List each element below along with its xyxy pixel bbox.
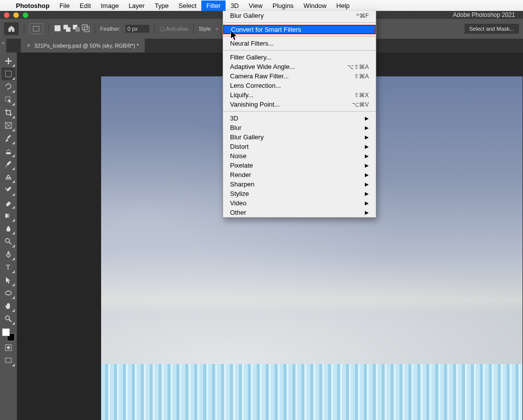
svg-point-14	[8, 149, 9, 150]
menu-item-neural-filters[interactable]: Neural Filters...	[223, 39, 376, 48]
feather-input[interactable]	[125, 25, 149, 33]
menu-view[interactable]: View	[244, 0, 268, 11]
foreground-color-swatch[interactable]	[2, 328, 10, 336]
minimize-window-button[interactable]	[13, 12, 19, 18]
menu-item-blur[interactable]: Blur▶	[223, 123, 376, 132]
menu-type[interactable]: Type	[150, 0, 174, 11]
lasso-tool[interactable]	[1, 80, 15, 93]
spot-heal-tool-icon	[4, 147, 12, 155]
home-icon	[7, 25, 15, 33]
color-swatches[interactable]	[2, 328, 15, 341]
svg-rect-7	[84, 27, 89, 32]
submenu-arrow-icon: ▶	[365, 163, 369, 168]
svg-rect-3	[66, 27, 70, 32]
menu-item-3d[interactable]: 3D▶	[223, 114, 376, 123]
move-tool[interactable]	[1, 55, 15, 67]
gradient-tool[interactable]	[1, 209, 15, 222]
menu-layer[interactable]: Layer	[123, 0, 150, 11]
close-window-button[interactable]	[4, 12, 9, 18]
svg-rect-13	[6, 152, 11, 154]
clone-stamp-tool[interactable]	[1, 171, 15, 183]
shape-tool[interactable]	[1, 287, 15, 300]
hand-tool[interactable]	[1, 300, 15, 312]
menu-item-blur-gallery[interactable]: Blur Gallery^⌘F	[223, 11, 376, 20]
eraser-tool[interactable]	[1, 196, 15, 209]
style-label: Style	[199, 26, 211, 32]
select-and-mask-button[interactable]: Select and Mask...	[465, 24, 520, 34]
menu-item-lens-correction[interactable]: Lens Correction...	[223, 81, 376, 90]
document-tab[interactable]: × 321Ps_Iceberg.psd @ 50% (sky, RGB/8*) …	[21, 39, 145, 53]
screen-mode-toggle[interactable]	[1, 354, 15, 367]
menu-shortcut: ⇧⌘X	[354, 92, 369, 99]
menu-item-video[interactable]: Video▶	[223, 198, 376, 208]
brush-tool-icon	[4, 160, 12, 168]
pen-tool-icon	[4, 250, 12, 258]
new-selection-icon[interactable]	[54, 24, 61, 33]
zoom-tool[interactable]	[1, 312, 15, 325]
menu-shortcut: ⌥⌘V	[352, 101, 369, 108]
menu-select[interactable]: Select	[174, 0, 201, 11]
menu-item-label: Neural Filters...	[230, 40, 274, 47]
menu-item-adaptive-wide-angle[interactable]: Adaptive Wide Angle...⌥⇧⌘A	[223, 62, 376, 71]
menu-3d[interactable]: 3D	[226, 0, 244, 11]
quick-mask-toggle[interactable]	[1, 341, 15, 354]
subtract-selection-icon[interactable]	[72, 24, 80, 33]
menu-filter[interactable]: Filter	[201, 0, 226, 11]
menu-item-distort[interactable]: Distort▶	[223, 142, 376, 151]
antialias-checkbox[interactable]: ▢ Anti-alias	[160, 26, 188, 32]
intersect-selection-icon[interactable]	[82, 24, 90, 33]
menu-item-pixelate[interactable]: Pixelate▶	[223, 161, 376, 170]
menu-item-label: Liquify...	[230, 91, 253, 99]
divider	[24, 23, 24, 34]
menu-help[interactable]: Help	[332, 0, 355, 11]
menu-item-label: Stylize	[230, 190, 249, 197]
close-tab-icon[interactable]: ×	[27, 42, 30, 49]
path-select-tool[interactable]	[1, 274, 15, 287]
menu-item-other[interactable]: Other▶	[223, 208, 376, 217]
menu-item-liquify[interactable]: Liquify...⇧⌘X	[223, 90, 376, 100]
type-tool[interactable]: T	[1, 261, 15, 274]
menu-plugins[interactable]: Plugins	[268, 0, 299, 11]
menu-item-label: Adaptive Wide Angle...	[230, 63, 295, 70]
menu-item-stylize[interactable]: Stylize▶	[223, 189, 376, 198]
menu-item-sharpen[interactable]: Sharpen▶	[223, 180, 376, 189]
style-dropdown[interactable]: ▾	[216, 26, 219, 32]
menu-item-convert-for-smart-filters[interactable]: Convert for Smart Filters	[223, 25, 376, 34]
menu-item-label: Video	[230, 199, 246, 207]
marquee-preset[interactable]	[29, 23, 43, 34]
menu-item-blur-gallery[interactable]: Blur Gallery▶	[223, 132, 376, 142]
svg-rect-26	[5, 358, 11, 362]
menu-item-camera-raw-filter[interactable]: Camera Raw Filter...⇧⌘A	[223, 71, 376, 81]
history-brush-tool[interactable]	[1, 183, 15, 196]
eyedropper-tool[interactable]	[1, 132, 15, 145]
menu-item-vanishing-point[interactable]: Vanishing Point...⌥⌘V	[223, 100, 376, 109]
menu-item-filter-gallery[interactable]: Filter Gallery...	[223, 53, 376, 62]
menu-edit[interactable]: Edit	[75, 0, 96, 11]
menu-separator	[223, 36, 376, 37]
app-name[interactable]: Photoshop	[11, 2, 55, 9]
spot-heal-tool[interactable]	[1, 145, 15, 158]
divider	[48, 23, 49, 34]
submenu-arrow-icon: ▶	[365, 172, 369, 178]
pen-tool[interactable]	[1, 248, 15, 261]
crop-tool[interactable]	[1, 106, 15, 119]
menu-shortcut: ⇧⌘A	[354, 73, 369, 80]
menu-item-noise[interactable]: Noise▶	[223, 151, 376, 161]
blur-tool[interactable]	[1, 222, 15, 235]
frame-tool[interactable]	[1, 119, 15, 132]
brush-tool[interactable]	[1, 158, 15, 171]
menu-file[interactable]: File	[55, 0, 75, 11]
dodge-tool[interactable]	[1, 235, 15, 248]
menu-item-label: Other	[230, 209, 246, 216]
object-select-tool[interactable]	[1, 93, 15, 106]
svg-rect-6	[82, 25, 87, 30]
home-button[interactable]	[4, 22, 19, 35]
menu-shortcut: ⌥⇧⌘A	[347, 63, 369, 70]
rect-marquee-tool-icon	[4, 70, 12, 78]
rect-marquee-tool[interactable]	[1, 67, 15, 80]
menu-window[interactable]: Window	[298, 0, 331, 11]
menu-image[interactable]: Image	[96, 0, 123, 11]
menu-item-render[interactable]: Render▶	[223, 170, 376, 180]
zoom-window-button[interactable]	[23, 12, 28, 18]
add-selection-icon[interactable]	[63, 24, 71, 33]
